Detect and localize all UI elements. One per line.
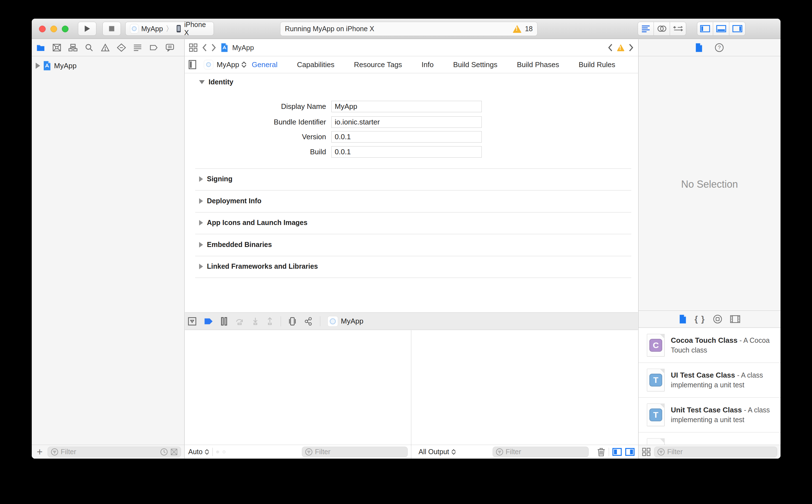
show-console-toggle-icon[interactable] bbox=[625, 447, 635, 456]
assistant-editor-button[interactable] bbox=[654, 22, 670, 36]
tab-info[interactable]: Info bbox=[422, 60, 434, 69]
media-library-icon[interactable] bbox=[730, 315, 740, 323]
template-cocoa-touch-class[interactable]: C Cocoa Touch Class - A Cocoa Touch clas… bbox=[639, 328, 781, 363]
variables-filter-field[interactable] bbox=[302, 447, 408, 457]
popup-chevrons-icon[interactable] bbox=[241, 62, 246, 68]
jumpbar-file-label[interactable]: MyApp bbox=[232, 44, 254, 52]
hide-debug-area-icon[interactable] bbox=[188, 317, 197, 326]
breakpoints-toggle-icon[interactable] bbox=[204, 317, 213, 326]
next-issue-icon[interactable] bbox=[628, 43, 634, 52]
navigator-filter-input[interactable] bbox=[61, 448, 158, 456]
project-row-myapp[interactable]: MyApp bbox=[32, 60, 184, 72]
navigator-filter-field[interactable] bbox=[48, 447, 181, 457]
close-window-button[interactable] bbox=[39, 26, 46, 32]
scheme-selector[interactable]: MyApp 〉 iPhone X bbox=[125, 22, 214, 36]
run-button[interactable] bbox=[78, 22, 96, 36]
linked-frameworks-section-header[interactable]: Linked Frameworks and Libraries bbox=[199, 262, 318, 270]
debug-process-chip[interactable]: MyApp bbox=[327, 316, 363, 327]
variables-scope-popup[interactable]: Auto bbox=[188, 448, 209, 456]
disclosure-closed-icon[interactable] bbox=[199, 198, 203, 204]
help-inspector-icon[interactable]: ? bbox=[715, 43, 724, 52]
test-navigator-icon[interactable] bbox=[117, 43, 126, 52]
find-navigator-icon[interactable] bbox=[85, 43, 94, 52]
tab-resource-tags[interactable]: Resource Tags bbox=[354, 60, 402, 69]
variables-filter-input[interactable] bbox=[315, 448, 405, 456]
disclosure-closed-icon[interactable] bbox=[199, 176, 203, 182]
memory-graph-icon[interactable] bbox=[304, 317, 313, 326]
report-navigator-icon[interactable] bbox=[165, 43, 174, 52]
target-popup-label[interactable]: MyApp bbox=[217, 60, 239, 69]
source-control-navigator-icon[interactable] bbox=[52, 43, 61, 52]
console-scope-popup[interactable]: All Output bbox=[419, 448, 456, 456]
tab-general[interactable]: General bbox=[252, 60, 278, 69]
back-chevron-icon[interactable] bbox=[202, 43, 207, 52]
file-inspector-icon[interactable] bbox=[695, 43, 703, 52]
editor-mode-control bbox=[638, 22, 686, 36]
library-filter-input[interactable] bbox=[667, 448, 774, 456]
code-snippets-library-icon[interactable]: { } bbox=[694, 314, 705, 324]
targets-sidebar-toggle-icon[interactable] bbox=[188, 60, 197, 69]
toggle-debug-area-button[interactable] bbox=[713, 22, 729, 36]
object-library-icon[interactable] bbox=[713, 314, 722, 324]
warning-icon[interactable] bbox=[513, 25, 522, 33]
template-unit-test-case-class[interactable]: T Unit Test Case Class - A class impleme… bbox=[639, 398, 781, 432]
bundle-identifier-input[interactable] bbox=[331, 116, 482, 128]
template-partial-item[interactable] bbox=[639, 432, 781, 445]
debug-navigator-icon[interactable] bbox=[133, 43, 142, 52]
minimize-window-button[interactable] bbox=[50, 26, 57, 32]
issue-navigator-icon[interactable] bbox=[101, 43, 110, 52]
disclosure-open-icon[interactable] bbox=[199, 80, 205, 84]
issue-warning-icon[interactable] bbox=[617, 44, 625, 51]
forward-chevron-icon[interactable] bbox=[211, 43, 217, 52]
warning-count[interactable]: 18 bbox=[525, 25, 533, 33]
step-over-icon[interactable] bbox=[235, 317, 244, 326]
version-editor-button[interactable] bbox=[670, 22, 686, 36]
version-input[interactable] bbox=[331, 131, 482, 143]
tab-build-phases[interactable]: Build Phases bbox=[517, 60, 559, 69]
disclosure-closed-icon[interactable] bbox=[199, 242, 203, 248]
embedded-binaries-section-header[interactable]: Embedded Binaries bbox=[199, 241, 272, 249]
view-debugger-icon[interactable] bbox=[288, 317, 297, 326]
library-filter-field[interactable] bbox=[654, 447, 777, 457]
disclosure-closed-icon[interactable] bbox=[199, 264, 203, 269]
stop-button[interactable] bbox=[102, 22, 121, 36]
info-icon[interactable] bbox=[222, 447, 226, 456]
related-items-icon[interactable] bbox=[189, 43, 198, 52]
identity-section-header[interactable]: Identity bbox=[199, 78, 233, 86]
debug-pane-divider[interactable] bbox=[411, 330, 411, 459]
standard-editor-button[interactable] bbox=[638, 22, 654, 36]
tab-build-settings[interactable]: Build Settings bbox=[453, 60, 497, 69]
grid-view-icon[interactable] bbox=[642, 447, 651, 456]
step-out-icon[interactable] bbox=[266, 317, 273, 326]
source-control-status-icon[interactable] bbox=[170, 448, 178, 456]
disclosure-triangle-icon[interactable] bbox=[36, 63, 40, 69]
tab-capabilities[interactable]: Capabilities bbox=[297, 60, 334, 69]
disclosure-closed-icon[interactable] bbox=[199, 220, 203, 226]
symbol-navigator-icon[interactable] bbox=[69, 43, 77, 52]
zoom-window-button[interactable] bbox=[62, 26, 69, 32]
display-name-input[interactable] bbox=[331, 101, 482, 112]
console-filter-input[interactable] bbox=[506, 448, 586, 456]
deployment-info-section-header[interactable]: Deployment Info bbox=[199, 197, 261, 205]
breakpoint-navigator-icon[interactable] bbox=[149, 43, 158, 52]
file-template-list: C Cocoa Touch Class - A Cocoa Touch clas… bbox=[639, 328, 781, 445]
toggle-navigator-button[interactable] bbox=[697, 22, 713, 36]
template-ui-test-case-class[interactable]: T UI Test Case Class - A class implement… bbox=[639, 363, 781, 398]
build-input[interactable] bbox=[331, 146, 482, 158]
console-filter-field[interactable] bbox=[493, 447, 589, 457]
signing-section-header[interactable]: Signing bbox=[199, 175, 233, 183]
app-icons-section-header[interactable]: App Icons and Launch Images bbox=[199, 219, 307, 227]
toggle-inspector-button[interactable] bbox=[729, 22, 745, 36]
show-variables-view-toggle-icon[interactable] bbox=[612, 447, 622, 456]
clear-console-trash-icon[interactable] bbox=[597, 447, 605, 457]
project-navigator-icon[interactable] bbox=[36, 43, 45, 52]
step-into-icon[interactable] bbox=[252, 317, 259, 326]
template-title: Unit Test Case Class bbox=[671, 406, 742, 414]
pause-icon[interactable] bbox=[221, 317, 228, 326]
recent-files-clock-icon[interactable] bbox=[160, 448, 168, 456]
previous-issue-icon[interactable] bbox=[607, 43, 613, 52]
file-templates-library-icon[interactable] bbox=[679, 314, 687, 324]
quicklook-eye-icon[interactable] bbox=[216, 447, 219, 456]
tab-build-rules[interactable]: Build Rules bbox=[579, 60, 615, 69]
add-button[interactable]: + bbox=[35, 447, 44, 457]
